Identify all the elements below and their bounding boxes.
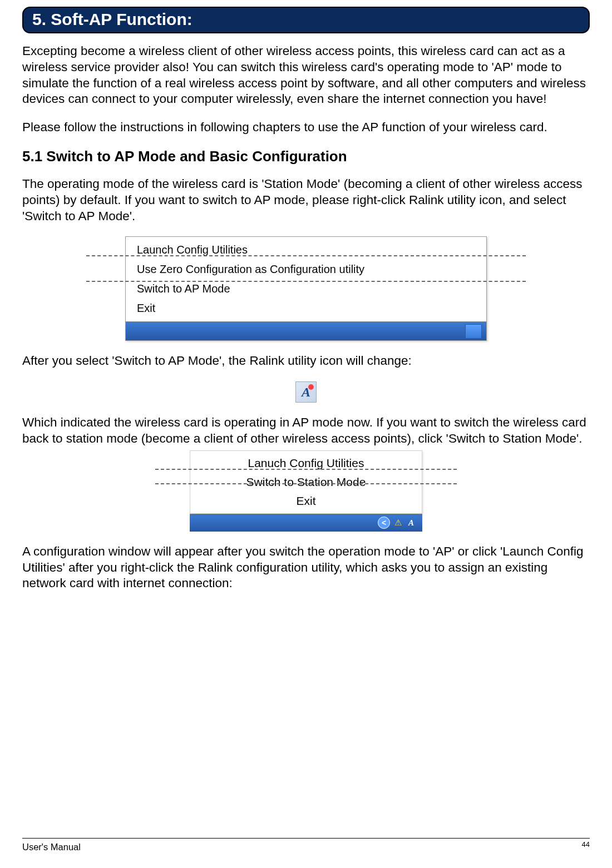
paragraph-intro-2: Please follow the instructions in follow… (22, 120, 590, 136)
tray-shield-icon[interactable]: ⚠ (392, 517, 403, 528)
context-menu: Launch Config Utilities Use Zero Configu… (125, 236, 487, 341)
tray-ap-icon[interactable]: A (406, 517, 417, 528)
tray-ralink-icon[interactable] (465, 324, 482, 339)
menu-item-switch-station[interactable]: Switch to Station Mode (190, 473, 422, 492)
paragraph-4: After you select 'Switch to AP Mode', th… (22, 353, 590, 369)
paragraph-3: The operating mode of the wireless card … (22, 176, 590, 224)
menu-item-zero-config[interactable]: Use Zero Configuration as Configuration … (126, 260, 486, 279)
paragraph-5: Which indicated the wireless card is ope… (22, 415, 590, 447)
paragraph-6: A configuration window will appear after… (22, 544, 590, 592)
footer-title: User's Manual (22, 842, 81, 852)
context-menu-2: Lanuch Config Utilities Switch to Statio… (190, 450, 422, 514)
section-header: 5. Soft-AP Function: (22, 7, 590, 33)
page-footer: User's Manual 44 (22, 838, 590, 852)
figure-context-menu-1: Launch Config Utilities Use Zero Configu… (22, 236, 590, 341)
menu-item-exit[interactable]: Exit (126, 299, 486, 318)
footer-page-number: 44 (582, 840, 590, 851)
figure-context-menu-2: Lanuch Config Utilities Switch to Statio… (22, 450, 590, 532)
menu-item-exit-2[interactable]: Exit (190, 492, 422, 510)
taskbar (126, 321, 486, 340)
ap-mode-icon: A (295, 381, 317, 403)
menu-item-switch-ap[interactable]: Switch to AP Mode (126, 279, 486, 299)
figure-ap-icon: A (22, 381, 590, 403)
menu-item-launch-config-2[interactable]: Lanuch Config Utilities (190, 454, 422, 473)
subheading-5-1: 5.1 Switch to AP Mode and Basic Configur… (22, 148, 590, 165)
taskbar-2: < ⚠ A (190, 514, 422, 532)
paragraph-intro-1: Excepting become a wireless client of ot… (22, 43, 590, 107)
tray-expand-icon[interactable]: < (378, 517, 390, 529)
menu-item-launch-config[interactable]: Launch Config Utilities (126, 240, 486, 260)
